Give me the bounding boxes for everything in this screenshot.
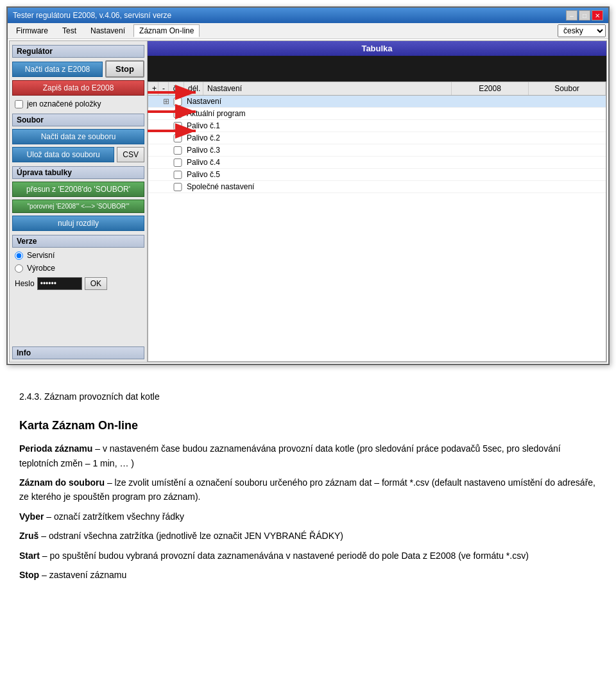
vyber-heading: Vyber: [19, 511, 44, 522]
right-panel: Tabulka + - č. dél. Nastavení E2008 Soub…: [148, 41, 606, 362]
zrus-heading: Zruš: [19, 531, 38, 541]
tabulka-header: Tabulka: [148, 41, 606, 56]
window-title: Tester regulátoru E2008, v.4.06, servisn…: [13, 11, 171, 20]
black-display-area: [148, 56, 606, 81]
tree-row[interactable]: Palivo č.5: [148, 169, 606, 181]
col-nastaveni: Nastavení: [203, 82, 452, 95]
col-del: dél.: [184, 82, 203, 95]
tree-row[interactable]: Palivo č.3: [148, 144, 606, 157]
start-text: – po spuštění budou vybraná provozní dat…: [42, 551, 529, 561]
minimize-button[interactable]: –: [566, 10, 578, 21]
vyrobce-label: Výrobce: [27, 264, 55, 273]
tree-row-label: Palivo č.5: [184, 170, 452, 179]
perioda-para: Perioda záznamu – v nastaveném čase budo…: [19, 441, 597, 470]
menu-nastaveni[interactable]: Nastavení: [85, 24, 131, 37]
tree-row-label: Společné nastavení: [184, 182, 452, 191]
csv-button[interactable]: CSV: [117, 147, 144, 162]
tree-row-label: Palivo č.2: [184, 133, 452, 142]
section-num: 2.4.3. Záznam provozních dat kotle: [19, 389, 597, 404]
menu-bar: Firmware Test Nastavení Záznam On-line č…: [8, 23, 608, 39]
tree-row-checkbox[interactable]: [173, 122, 183, 130]
servisni-row: Servisní: [12, 250, 144, 260]
jen-oznacene-checkbox[interactable]: [15, 100, 23, 108]
tree-row-checkbox[interactable]: [173, 158, 183, 167]
info-section-header: Info: [12, 346, 144, 359]
nacti-soubor-button[interactable]: Načti data ze souboru: [12, 129, 144, 144]
zaznam-text: – lze zvolit umístění a označení souboru…: [19, 477, 595, 502]
heslo-row: Heslo OK: [12, 276, 144, 291]
tree-row-label: Palivo č.3: [184, 146, 452, 155]
verze-section-header: Verze: [12, 235, 144, 248]
language-dropdown[interactable]: česky English Deutsch: [558, 24, 606, 37]
start-para: Start – po spuštění budou vybraná provoz…: [19, 549, 597, 563]
vyrobce-radio[interactable]: [15, 264, 23, 273]
menu-test[interactable]: Test: [56, 24, 82, 37]
page-text: 2.4.3. Záznam provozních dat kotle Karta…: [0, 371, 616, 600]
main-content: Regulátor Načti data z E2008 Stop Zapiš …: [9, 40, 607, 363]
nuluj-button[interactable]: nuluj rozdíly: [12, 216, 144, 231]
table-area: + - č. dél. Nastavení E2008 Soubor ⊞Nast…: [148, 81, 606, 362]
nacti-e2008-button[interactable]: Načti data z E2008: [12, 62, 103, 77]
jen-oznacene-label: jen označené položky: [27, 99, 101, 108]
zaznam-heading: Záznam do souboru: [19, 477, 105, 488]
porovnej-button[interactable]: "porovnej 'E2008'" <---> 'SOUBOR'": [12, 200, 144, 213]
tree-row-label: Palivo č.1: [184, 121, 452, 130]
tree-row-checkbox[interactable]: [173, 171, 183, 179]
card-title: Karta Záznam On-line: [19, 416, 597, 435]
tree-row-checkbox[interactable]: [173, 110, 183, 118]
zrus-text: – odstraní všechna zatržítka (jednotlivě…: [41, 531, 343, 541]
stop-text: – zastavení záznamu: [42, 570, 126, 580]
presun-button[interactable]: přesun z 'E2008'do 'SOUBOR': [12, 182, 144, 197]
vyber-text: – označí zatržítkem všechny řádky: [46, 511, 184, 522]
tree-row-label: Nastavení: [184, 97, 452, 106]
stop-heading: Stop: [19, 570, 39, 580]
start-heading: Start: [19, 551, 40, 561]
col-e2008: E2008: [452, 82, 529, 95]
tree-row-checkbox[interactable]: [173, 134, 183, 142]
title-bar-buttons: – □ ✕: [566, 10, 603, 21]
vyrobce-row: Výrobce: [12, 263, 144, 273]
col-plus[interactable]: +: [148, 82, 158, 95]
left-panel: Regulátor Načti data z E2008 Stop Zapiš …: [10, 41, 148, 362]
tree-row[interactable]: Palivo č.1: [148, 120, 606, 132]
soubor-section-header: Soubor: [12, 114, 144, 126]
tree-row-checkbox[interactable]: [173, 98, 183, 106]
tree-row[interactable]: ⊞Nastavení: [148, 96, 606, 108]
heslo-input[interactable]: [37, 277, 82, 290]
stop-button[interactable]: Stop: [105, 60, 144, 78]
app-window: Tester regulátoru E2008, v.4.06, servisn…: [6, 6, 610, 365]
uprava-section-header: Úprava tabulky: [12, 166, 144, 179]
zrus-para: Zruš – odstraní všechna zatržítka (jedno…: [19, 529, 597, 543]
servisni-radio[interactable]: [15, 252, 23, 260]
nacti-stop-row: Načti data z E2008 Stop: [12, 60, 144, 78]
maximize-button[interactable]: □: [579, 10, 590, 21]
perioda-text: – v nastaveném čase budou zaznamenávána …: [19, 443, 561, 468]
servisni-label: Servisní: [27, 251, 55, 260]
perioda-heading: Perioda záznamu: [19, 443, 92, 454]
col-num: č.: [169, 82, 184, 95]
uloz-csv-row: Ulož data do souboru CSV: [12, 147, 144, 162]
menu-firmware[interactable]: Firmware: [10, 24, 54, 37]
tree-row-label: Palivo č.4: [184, 158, 452, 167]
tree-row-checkbox[interactable]: [173, 183, 183, 191]
zaznam-para: Záznam do souboru – lze zvolit umístění …: [19, 475, 597, 504]
expand-icon[interactable]: ⊞: [161, 97, 171, 106]
ok-button[interactable]: OK: [85, 277, 107, 290]
language-selector: česky English Deutsch: [558, 24, 606, 37]
tree-row[interactable]: Palivo č.2: [148, 132, 606, 144]
close-button[interactable]: ✕: [592, 10, 603, 21]
tree-row-label: Aktuální program: [184, 109, 452, 118]
tree-row-checkbox[interactable]: [173, 146, 183, 155]
tree-row[interactable]: Palivo č.4: [148, 157, 606, 169]
menu-zaznam-online[interactable]: Záznam On-line: [133, 24, 200, 37]
jen-oznacene-row: jen označené položky: [12, 98, 144, 110]
stop-para: Stop – zastavení záznamu: [19, 568, 597, 582]
title-bar: Tester regulátoru E2008, v.4.06, servisn…: [8, 8, 608, 23]
tree-row[interactable]: Aktuální program: [148, 108, 606, 120]
col-minus[interactable]: -: [158, 82, 169, 95]
uloz-soubor-button[interactable]: Ulož data do souboru: [12, 147, 114, 162]
tree-row[interactable]: Společné nastavení: [148, 181, 606, 193]
zapis-e2008-button[interactable]: Zapiš data do E2008: [12, 80, 144, 96]
tree-container: ⊞Nastavení Aktuální program Palivo č.1 P…: [148, 96, 606, 193]
vyber-para: Vyber – označí zatržítkem všechny řádky: [19, 509, 597, 524]
